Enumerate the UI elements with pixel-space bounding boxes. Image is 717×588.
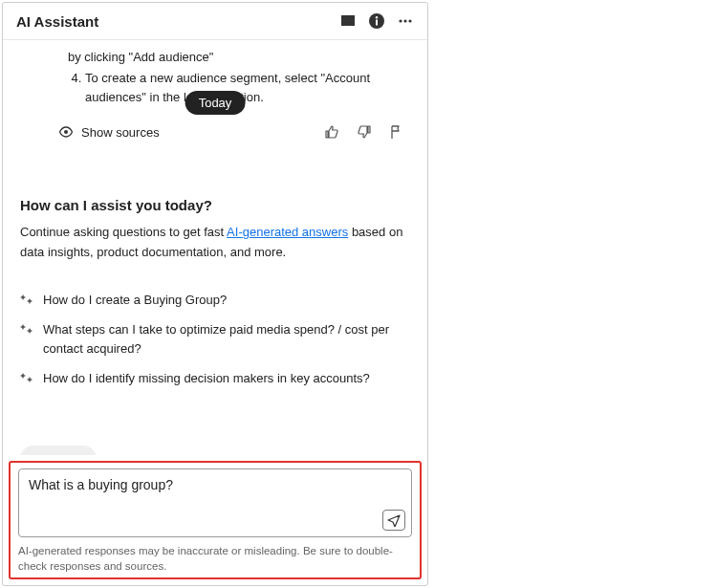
- feedback-actions: [324, 124, 410, 140]
- step-4: To create a new audience segment, select…: [85, 69, 410, 107]
- assist-heading: How can I assist you today?: [20, 197, 410, 213]
- svg-point-8: [408, 19, 411, 22]
- suggestion-text: How do I create a Buying Group?: [43, 291, 227, 310]
- message-input[interactable]: What is a buying group?: [18, 468, 412, 537]
- sparkle-icon: [20, 293, 33, 306]
- info-icon[interactable]: [368, 12, 385, 30]
- more-icon[interactable]: [397, 12, 414, 30]
- refresh-wrap: Refresh: [20, 446, 410, 455]
- ai-answers-link[interactable]: AI-generated answers: [227, 225, 348, 239]
- show-sources-toggle[interactable]: Show sources: [58, 124, 315, 140]
- show-sources-label: Show sources: [81, 125, 160, 140]
- suggestion-item[interactable]: How do I create a Buying Group?: [20, 285, 410, 316]
- send-icon: [387, 513, 401, 527]
- panel-header: AI Assistant: [3, 3, 427, 40]
- sources-row: Show sources: [20, 119, 410, 145]
- ai-assistant-panel: AI Assistant Today by clicking "Add audi…: [2, 2, 428, 586]
- svg-point-7: [403, 19, 406, 22]
- svg-rect-2: [342, 16, 354, 25]
- suggestion-text: How do I identify missing decision maker…: [43, 369, 370, 388]
- thumbs-down-icon[interactable]: [357, 124, 372, 140]
- message-input-text: What is a buying group?: [29, 477, 402, 492]
- suggestion-text: What steps can I take to optimize paid m…: [43, 320, 410, 358]
- fullscreen-icon[interactable]: [339, 12, 357, 30]
- suggestion-item[interactable]: How do I identify missing decision maker…: [20, 363, 410, 394]
- refresh-button[interactable]: Refresh: [20, 446, 97, 455]
- suggestion-item[interactable]: What steps can I take to optimize paid m…: [20, 315, 410, 363]
- send-button[interactable]: [382, 510, 405, 531]
- flag-icon[interactable]: [389, 124, 404, 140]
- step-3-partial: by clicking "Add audience": [68, 48, 410, 67]
- svg-point-4: [376, 16, 378, 18]
- date-pill: Today: [185, 91, 246, 115]
- eye-icon: [58, 124, 74, 140]
- panel-title: AI Assistant: [16, 13, 332, 30]
- svg-rect-5: [376, 20, 378, 26]
- thumbs-up-icon[interactable]: [324, 124, 339, 140]
- sparkle-icon: [20, 371, 33, 384]
- svg-point-9: [64, 130, 68, 134]
- input-area-highlight: What is a buying group? AI-generated res…: [9, 461, 422, 579]
- header-actions: [339, 12, 414, 30]
- assist-subtext: Continue asking questions to get fast AI…: [20, 223, 410, 261]
- conversation-area: Today by clicking "Add audience" To crea…: [3, 40, 427, 455]
- svg-point-6: [399, 19, 402, 22]
- sparkle-icon: [20, 322, 33, 336]
- suggestions-list: How do I create a Buying Group? What ste…: [20, 285, 410, 394]
- disclaimer-text: AI-generated responses may be inaccurate…: [18, 543, 412, 574]
